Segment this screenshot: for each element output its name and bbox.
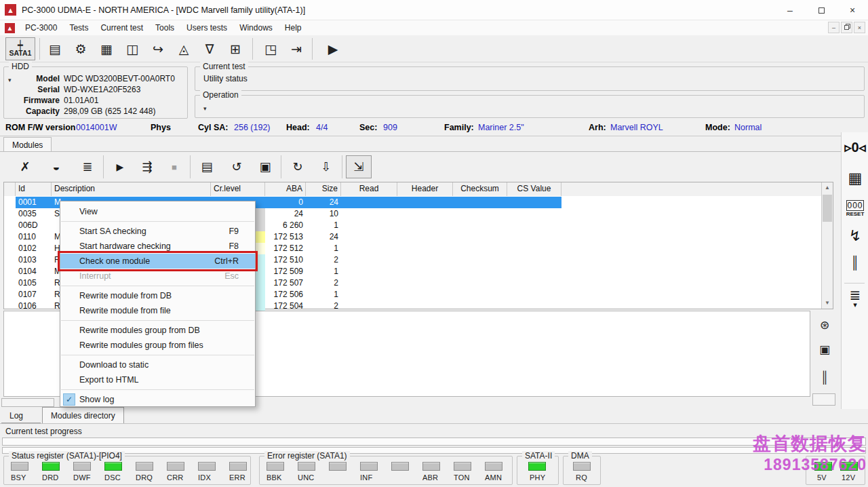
mdi-minimize-button[interactable]: – — [828, 22, 840, 33]
menu-item-start-sa-checking[interactable]: Start SA checkingF9 — [60, 224, 255, 239]
menu-item-view[interactable]: View — [60, 204, 255, 219]
menu-item-rewrite-modules-group-from-files[interactable]: Rewrite modules group from files — [60, 338, 255, 353]
led-err — [229, 462, 247, 471]
menu-item-rewrite-module-from-file[interactable]: Rewrite module from file — [60, 303, 255, 318]
menu-tests[interactable]: Tests — [63, 20, 94, 35]
status-box-right — [812, 393, 835, 406]
col-id[interactable]: Id — [16, 182, 52, 196]
cell-size: 24 — [306, 197, 341, 208]
adapter-card-icon[interactable]: ▦ — [844, 170, 867, 187]
scroll-down-icon[interactable]: ▼ — [822, 298, 833, 309]
power-switch-icon[interactable]: ↯ — [844, 227, 867, 245]
printer-icon: ▤ — [201, 159, 212, 174]
menu-users-tests[interactable]: Users tests — [180, 20, 233, 35]
utility-settings-button[interactable]: ⚙ — [68, 37, 94, 60]
compass-tools-button[interactable]: ◬ — [171, 37, 197, 60]
table-header: Id Description Cr.level ABA Size Read He… — [4, 182, 833, 196]
col-description[interactable]: Description — [52, 182, 211, 196]
pc3000-window: ▲ PC-3000 UDMA-E - NORTH AMERICA - [WDC … — [0, 0, 868, 487]
menu-item-download-to-static[interactable]: Download to static — [60, 357, 255, 372]
menu-tools[interactable]: Tools — [149, 20, 180, 35]
cyl-sa-label: Cyl SA: — [198, 123, 228, 132]
tab-modules-directory[interactable]: Modules directory — [42, 407, 124, 423]
reset-counter-icon[interactable]: 000 — [846, 200, 864, 211]
module-list-button[interactable]: ≣ — [75, 155, 100, 178]
module-db-button[interactable]: ◒ — [43, 155, 69, 178]
read-module-db-button[interactable]: ↺ — [224, 155, 250, 178]
menu-item-show-log[interactable]: ✓ Show log — [60, 392, 255, 407]
menu-pc3000[interactable]: PC-3000 — [19, 20, 63, 35]
report-browse-button[interactable]: ▤ — [42, 37, 68, 60]
doc-delete-icon: ✗ — [20, 159, 30, 174]
menu-item-rewrite-module-from-db[interactable]: Rewrite module from DB — [60, 288, 255, 303]
col-checksum[interactable]: Checksum — [453, 182, 507, 196]
watermark: 盘首数据恢复 18913587620 — [753, 431, 867, 474]
module-clear-button[interactable]: ✗ — [12, 155, 38, 178]
menu-help[interactable]: Help — [279, 20, 308, 35]
save-group-button[interactable]: ⇩ — [313, 155, 339, 178]
scroll-thumb[interactable] — [823, 195, 832, 222]
operation-title: Operation — [200, 90, 241, 100]
maximize-button[interactable] — [806, 0, 837, 20]
mdi-close-button[interactable]: × — [854, 22, 865, 33]
menu-current-test[interactable]: Current test — [94, 20, 149, 35]
operation-dropdown-icon[interactable]: ▾ — [203, 105, 207, 112]
led-label: ERR — [229, 473, 245, 482]
col-crlevel[interactable]: Cr.level — [211, 182, 265, 196]
minimize-button[interactable]: – — [774, 0, 806, 20]
col-read[interactable]: Read — [341, 182, 397, 196]
rom-fw-value: 0014001W — [76, 123, 117, 132]
db-read-icon: ↺ — [231, 159, 241, 174]
read-group-db-button[interactable]: ↻ — [285, 155, 311, 178]
log-save-button[interactable]: ▣ — [815, 340, 834, 358]
tab-log[interactable]: Log — [1, 408, 41, 423]
table-scrollbar[interactable]: ▲ ▼ — [821, 182, 833, 309]
export-module-button[interactable]: ⇲ — [346, 155, 372, 178]
save-module-button[interactable]: ▣ — [252, 155, 278, 178]
start-sa-checking-button[interactable]: ▶ — [107, 155, 133, 178]
menu-item-export-to-html[interactable]: Export to HTML — [60, 372, 255, 387]
hdd-model-label: Model — [36, 74, 60, 83]
menu-item-check-one-module[interactable]: Check one moduleCtrl+R — [60, 254, 255, 269]
folder-arrow-icon: ↪ — [153, 41, 163, 57]
mdi-restore-button[interactable] — [841, 22, 852, 33]
stop-button: ■ — [161, 155, 187, 178]
log-pause-button[interactable]: ║ — [815, 369, 834, 387]
folder-export-button[interactable]: ↪ — [145, 37, 171, 60]
log-new-button[interactable]: ⊛ — [815, 316, 834, 334]
led-dsc — [104, 462, 122, 471]
start-hw-checking-button[interactable]: ⇶ — [134, 155, 160, 178]
tab-modules[interactable]: Modules — [3, 137, 52, 152]
exit-utility-button[interactable]: ⇥ — [283, 37, 309, 60]
col-header[interactable]: Header — [397, 182, 453, 196]
sata1-port-button[interactable]: ┿ SATA1 — [5, 37, 35, 60]
play-button[interactable]: ▶ — [320, 37, 346, 60]
menu-item-start-hardware-checking[interactable]: Start hardware checkingF8 — [60, 239, 255, 254]
col-size[interactable]: Size — [306, 182, 341, 196]
chip-button[interactable]: ▦ — [94, 37, 119, 60]
menu-windows[interactable]: Windows — [233, 20, 279, 35]
col-csvalue[interactable]: CS Value — [507, 182, 561, 196]
scroll-up-icon[interactable]: ▲ — [822, 182, 833, 193]
col-aba[interactable]: ABA — [265, 182, 306, 196]
pause-icon[interactable]: ║ — [844, 256, 867, 270]
test-board-button[interactable]: ◫ — [119, 37, 145, 60]
exit-icon: ⇥ — [291, 41, 302, 57]
cell-id: 0102 — [16, 243, 52, 254]
menu-item-rewrite-modules-group-from-db[interactable]: Rewrite modules group from DB — [60, 323, 255, 338]
terminal-power-icon[interactable]: ▹0◃ — [844, 139, 867, 155]
status-register-panel: Status register (SATA1)-[PIO4] BSY DRD D… — [3, 456, 251, 485]
floppy-icon: ▣ — [259, 159, 271, 174]
filter-button[interactable]: ∇ — [197, 37, 222, 60]
close-button[interactable]: × — [837, 0, 868, 20]
hdd-capacity-value: 298,09 GB (625 142 448) — [64, 106, 155, 116]
grid-button[interactable]: ⊞ — [222, 37, 248, 60]
chip-icon: ▦ — [100, 41, 113, 57]
print-button[interactable]: ▤ — [194, 155, 220, 178]
windows-copy-button[interactable]: ◳ — [258, 37, 283, 60]
play-icon: ▶ — [328, 41, 338, 57]
cell-id: 0105 — [16, 277, 52, 289]
cell-size: 2 — [306, 277, 341, 289]
led-label: AMN — [485, 473, 502, 482]
cell-id: 0001 — [16, 197, 52, 208]
